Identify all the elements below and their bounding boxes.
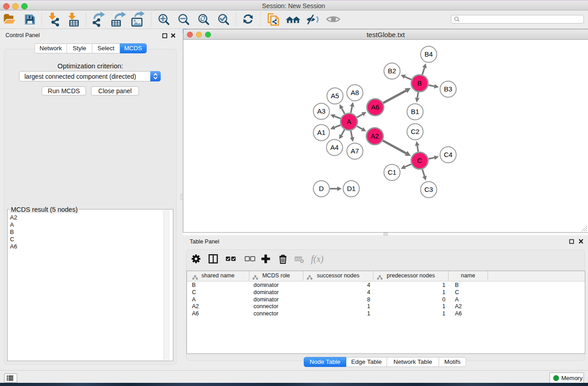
svg-text:f(x): f(x) [311,254,324,264]
svg-text:A: A [347,118,351,125]
svg-text:A7: A7 [351,147,359,155]
svg-text:D1: D1 [347,185,355,192]
svg-text:A6: A6 [371,103,379,111]
svg-text:B1: B1 [411,108,419,115]
svg-text:C3: C3 [424,186,433,193]
svg-text:B2: B2 [388,67,396,75]
svg-text:B3: B3 [444,85,452,93]
svg-text:A4: A4 [330,143,339,151]
svg-text:C: C [417,157,422,164]
svg-text:D: D [319,185,324,192]
svg-text:B4: B4 [425,50,433,58]
svg-text:A1: A1 [317,129,325,136]
svg-text:B: B [417,79,422,87]
svg-text:A2: A2 [371,132,379,140]
svg-text:C2: C2 [411,128,419,135]
svg-text:C1: C1 [387,168,396,176]
svg-text:C4: C4 [444,151,452,158]
svg-text:A5: A5 [331,92,339,100]
svg-text:A8: A8 [351,89,359,96]
svg-text:A3: A3 [317,107,325,115]
